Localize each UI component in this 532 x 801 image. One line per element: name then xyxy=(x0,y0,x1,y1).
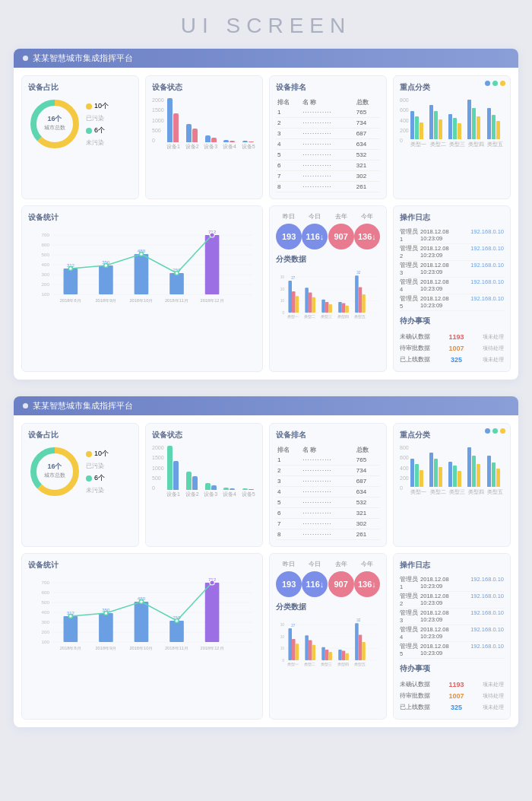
ranking-table: 排名 名 称 总数 1 ············ 765 2 ·········… xyxy=(276,97,380,192)
device-ranking-title: 设备排名 xyxy=(276,82,380,93)
kc-grouped-bars xyxy=(410,97,504,139)
name-cell: ············ xyxy=(301,476,355,487)
kc-x-labels: 类型一 类型二 类型三 类型四 类型五 xyxy=(410,141,504,148)
badge-lastyear-2: 907 xyxy=(328,571,354,597)
kc-bar xyxy=(410,459,414,487)
svg-text:2018年9月: 2018年9月 xyxy=(95,298,116,303)
legend-clean-2: 6个 xyxy=(86,473,109,483)
op-log-title: 操作日志 xyxy=(400,212,504,223)
svg-text:600: 600 xyxy=(42,590,50,595)
s-label-2-4: 设备4 xyxy=(223,491,236,498)
svg-text:16个: 16个 xyxy=(47,115,62,122)
legend-polluted-label: 已污染 xyxy=(86,114,109,122)
status-barwrap-5 xyxy=(242,97,254,142)
svg-text:2018年12月: 2018年12月 xyxy=(200,298,223,303)
counter-label-thisyear: 今年 xyxy=(361,212,373,221)
counter-label-today: 今日 xyxy=(309,212,321,221)
status-bars: 设备1 设备2 xyxy=(166,97,256,151)
rank-cell: 6 xyxy=(276,161,301,171)
kc-bar xyxy=(492,115,496,139)
pending-count: 1007 xyxy=(448,692,464,700)
s-bar-2-1b xyxy=(173,461,179,490)
op-ip: 192.168.0.10 xyxy=(470,593,504,607)
pending-label: 未确认数据 xyxy=(400,332,430,341)
svg-text:0: 0 xyxy=(282,311,284,315)
svg-rect-113 xyxy=(305,635,309,660)
kc-group-col xyxy=(448,114,465,139)
ranking-table-2: 排名 名 称 总数 1 ············ 765 2 ·········… xyxy=(276,445,380,540)
svg-text:100: 100 xyxy=(42,291,50,297)
s-label-2-2: 设备2 xyxy=(185,491,199,498)
clean-label: 未污染 xyxy=(86,138,104,147)
op-ip: 192.168.0.10 xyxy=(470,609,504,624)
op-time: 2018.12.08 10:23:09 xyxy=(420,576,470,590)
kc-bar xyxy=(439,119,442,139)
badge-yesterday-val-2: 193 xyxy=(282,580,296,589)
status-col-4: 设备4 xyxy=(222,97,238,151)
donut-chart: 16个 城市总数 xyxy=(28,97,81,151)
kc-bar xyxy=(453,118,457,139)
pending-label: 未确认数据 xyxy=(400,680,430,688)
svg-rect-110 xyxy=(292,639,296,660)
rank-cell: 7 xyxy=(276,171,301,182)
counter-section-2: 昨日 今日 去年 今年 193 116↓ 907 13 xyxy=(276,560,380,597)
op-log-rows: 管理员1 2018.12.08 10:23:09 192.168.0.10 管理… xyxy=(400,227,504,311)
svg-text:2018年12月: 2018年12月 xyxy=(200,646,223,650)
s-bar-2b xyxy=(192,129,198,142)
svg-rect-119 xyxy=(338,650,342,660)
op-log-title-2: 操作日志 xyxy=(400,560,504,571)
svg-rect-52 xyxy=(342,303,346,312)
legend-clean: 6个 xyxy=(86,126,109,135)
op-ip: 192.168.0.10 xyxy=(470,228,504,243)
pending-count: 1007 xyxy=(448,345,464,352)
pending-unit: 项待处理 xyxy=(483,692,504,700)
counter-label-yesterday-2: 昨日 xyxy=(283,560,295,568)
s-bar-1b xyxy=(173,113,179,142)
svg-rect-45 xyxy=(305,288,309,313)
stat-bar-1 xyxy=(64,269,78,294)
rank-cell: 8 xyxy=(276,182,301,192)
svg-point-23 xyxy=(68,267,72,271)
kc-bar xyxy=(429,105,433,139)
kc-bar xyxy=(434,111,438,139)
svg-point-26 xyxy=(175,272,179,275)
kc-bar xyxy=(496,121,500,139)
kc-bar xyxy=(448,114,452,139)
op-user: 管理员2 xyxy=(400,245,420,259)
kc-x-labels-2: 类型一 类型二 类型三 类型四 类型五 xyxy=(410,488,504,496)
rank-cell: 1 xyxy=(276,107,301,118)
s-label-5: 设备5 xyxy=(242,143,255,151)
table-row: 3 ············ 687 xyxy=(276,476,380,487)
name-cell: ············ xyxy=(301,161,355,171)
op-time: 2018.12.08 10:23:09 xyxy=(420,593,470,607)
svg-rect-117 xyxy=(325,650,329,660)
name-cell: ············ xyxy=(301,455,355,466)
pending-label: 已上线数据 xyxy=(400,355,430,364)
svg-rect-118 xyxy=(328,652,332,660)
svg-rect-43 xyxy=(296,296,299,313)
table-row: 8 ············ 261 xyxy=(276,182,380,192)
op-user: 管理员3 xyxy=(400,609,420,624)
status-barwrap-2-2 xyxy=(186,444,198,490)
badge-lastyear-val: 907 xyxy=(334,232,347,241)
donut-legend: 10个 已污染 6个 未污染 xyxy=(86,101,109,147)
category-data-section-2: 分类数据 30 20 10 0 27 xyxy=(276,602,380,673)
kc-bar xyxy=(458,123,461,139)
svg-text:2018年11月: 2018年11月 xyxy=(165,646,188,650)
op-log-row: 管理员1 2018.12.08 10:23:09 192.168.0.10 xyxy=(400,227,504,244)
svg-point-95 xyxy=(210,580,214,585)
op-log-row: 管理员2 2018.12.08 10:23:09 192.168.0.10 xyxy=(400,244,504,261)
svg-rect-114 xyxy=(309,640,312,660)
kc-y-axis-2: 800 600 400 200 0 xyxy=(400,445,409,491)
name-cell: ············ xyxy=(301,182,355,192)
pending-unit: 项未处理 xyxy=(483,681,504,688)
rank-cell: 3 xyxy=(276,129,301,139)
svg-rect-85 xyxy=(135,602,149,642)
svg-rect-56 xyxy=(362,294,366,313)
pending-count: 1193 xyxy=(448,333,464,341)
svg-rect-49 xyxy=(325,302,329,313)
pending-count: 1193 xyxy=(448,681,464,688)
stat-bar-4 xyxy=(169,273,184,294)
pending-label: 待审批数据 xyxy=(400,691,430,700)
op-user: 管理员4 xyxy=(400,626,420,640)
